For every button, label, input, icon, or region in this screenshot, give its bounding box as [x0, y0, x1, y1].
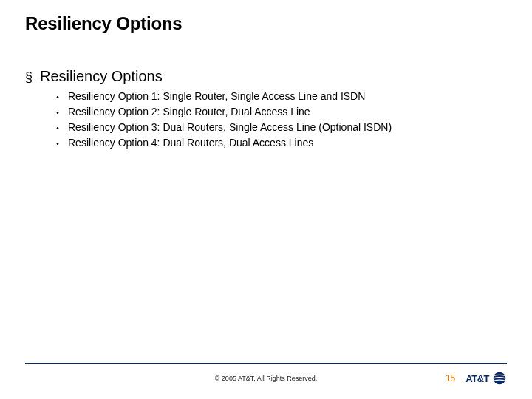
bullet-icon: •	[55, 123, 61, 134]
bullet-icon: •	[55, 108, 61, 118]
bullet-icon: •	[55, 139, 61, 149]
list-item: • Resiliency Option 3: Dual Routers, Sin…	[55, 120, 507, 134]
list-item: • Resiliency Option 2: Single Router, Du…	[55, 105, 507, 118]
att-logo: AT&T	[466, 371, 507, 386]
slide-title: Resiliency Options	[25, 13, 507, 34]
footer: © 2005 AT&T, All Rights Reserved. 15 AT&…	[25, 368, 507, 389]
slide: Resiliency Options § Resiliency Options …	[0, 0, 532, 399]
list-item-text: Resiliency Option 2: Single Router, Dual…	[68, 105, 310, 118]
footer-right: 15 AT&T	[446, 371, 507, 386]
list-item-text: Resiliency Option 3: Dual Routers, Singl…	[68, 120, 392, 134]
page-number: 15	[446, 373, 455, 383]
footer-divider	[25, 363, 507, 364]
section-heading-row: § Resiliency Options	[25, 68, 507, 85]
globe-icon	[492, 371, 507, 386]
copyright-text: © 2005 AT&T, All Rights Reserved.	[25, 375, 507, 382]
list-item-text: Resiliency Option 1: Single Router, Sing…	[68, 89, 365, 103]
bullet-list: • Resiliency Option 1: Single Router, Si…	[55, 89, 507, 149]
section: § Resiliency Options • Resiliency Option…	[25, 68, 507, 149]
list-item-text: Resiliency Option 4: Dual Routers, Dual …	[68, 136, 313, 149]
section-bullet-icon: §	[25, 70, 34, 83]
bullet-icon: •	[55, 92, 61, 103]
list-item: • Resiliency Option 1: Single Router, Si…	[55, 89, 507, 103]
list-item: • Resiliency Option 4: Dual Routers, Dua…	[55, 136, 507, 149]
att-logo-text: AT&T	[466, 373, 489, 384]
section-heading: Resiliency Options	[40, 68, 163, 85]
